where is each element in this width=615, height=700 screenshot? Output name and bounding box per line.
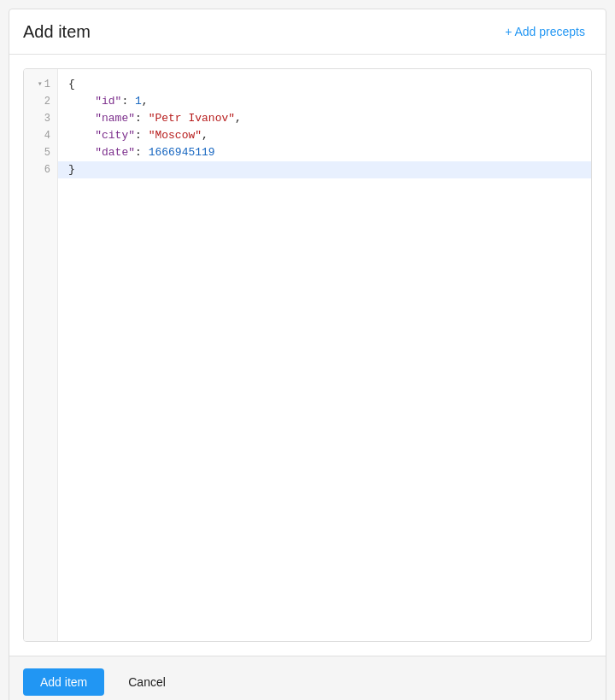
token-brace-close: }	[68, 161, 75, 178]
token-string-city: "Moscow"	[149, 127, 202, 144]
line-number-6: 6	[24, 161, 57, 178]
code-line-5: "date": 1666945119	[68, 144, 581, 161]
line-number-4: 4	[24, 127, 57, 144]
line-number-3: 3	[24, 110, 57, 127]
modal-body: ▾ 1 2 3 4 5 6	[9, 55, 606, 656]
modal-title: Add item	[23, 22, 91, 42]
line-number-1: ▾ 1	[24, 76, 57, 93]
code-editor[interactable]: ▾ 1 2 3 4 5 6	[24, 69, 591, 641]
token-number-id: 1	[135, 93, 142, 110]
code-line-1: {	[68, 76, 581, 93]
code-line-3: "name": "Petr Ivanov",	[68, 110, 581, 127]
line-numbers: ▾ 1 2 3 4 5 6	[24, 69, 58, 641]
code-line-6: }	[58, 161, 591, 178]
editor-container: ▾ 1 2 3 4 5 6	[23, 68, 592, 642]
token-string-name: "Petr Ivanov"	[149, 110, 235, 127]
token-brace-open: {	[68, 76, 75, 93]
token-key-date: "date"	[68, 144, 135, 161]
token-key-name: "name"	[68, 110, 135, 127]
token-key-city: "city"	[68, 127, 135, 144]
line-number-2: 2	[24, 93, 57, 110]
cancel-button[interactable]: Cancel	[114, 668, 179, 696]
token-key-id: "id"	[68, 93, 121, 110]
collapse-arrow[interactable]: ▾	[38, 76, 43, 93]
code-line-2: "id": 1,	[68, 93, 581, 110]
code-line-4: "city": "Moscow",	[68, 127, 581, 144]
code-content[interactable]: { "id": 1, "name": "Petr Ivanov", "city"…	[58, 69, 591, 641]
line-number-5: 5	[24, 144, 57, 161]
add-item-modal: Add item + Add precepts ▾ 1 2 3	[9, 9, 606, 700]
add-precepts-button[interactable]: + Add precepts	[498, 21, 592, 42]
modal-header: Add item + Add precepts	[9, 9, 606, 55]
add-item-button[interactable]: Add item	[23, 668, 104, 696]
modal-footer: Add item Cancel	[9, 656, 606, 700]
token-number-date: 1666945119	[149, 144, 215, 161]
